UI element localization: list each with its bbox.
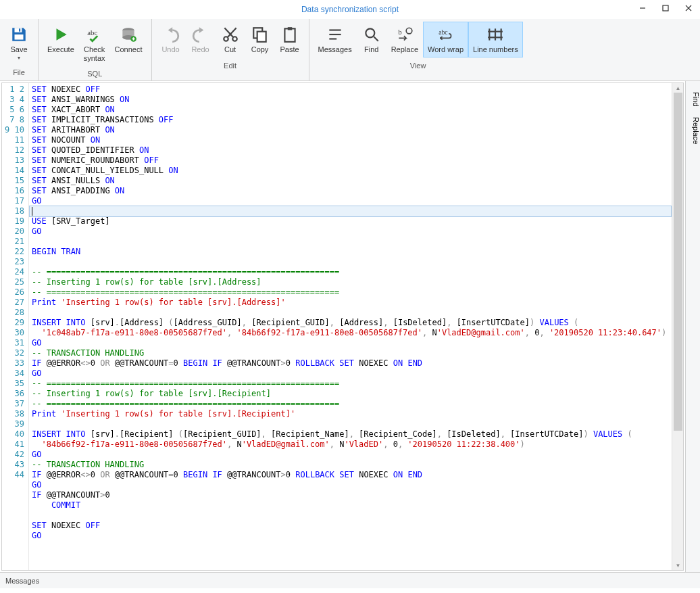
scroll-down-arrow[interactable]: ▼ — [672, 561, 684, 570]
paste-icon — [280, 25, 299, 44]
minimize-button[interactable] — [631, 0, 654, 16]
replace-tab[interactable]: Replace — [690, 113, 700, 148]
copy-label: Copy — [251, 45, 269, 54]
titlebar: Data synchronization script — [0, 0, 700, 19]
ribbon-group-edit: Undo Redo Cut Copy Paste Edit — [152, 19, 309, 80]
find-tab[interactable]: Find — [690, 88, 700, 110]
save-button[interactable]: Save ▾ — [4, 22, 34, 64]
scissors-icon — [221, 25, 240, 44]
maximize-button[interactable] — [654, 0, 677, 16]
window-controls — [631, 0, 700, 16]
code-area[interactable]: SET NOEXEC OFF SET ANSI_WARNINGS ON SET … — [29, 83, 672, 570]
svg-point-22 — [366, 28, 374, 37]
database-connect-icon — [119, 25, 138, 44]
search-icon — [362, 25, 381, 44]
check-syntax-icon: abc — [85, 25, 104, 44]
connect-button[interactable]: Connect — [110, 22, 147, 66]
line-numbers-icon — [486, 25, 505, 44]
redo-label: Redo — [191, 45, 209, 54]
word-wrap-label: Word wrap — [428, 45, 464, 54]
line-numbers-label: Line numbers — [473, 45, 518, 54]
replace-label: Replace — [391, 45, 418, 54]
execute-label: Execute — [47, 45, 74, 54]
svg-rect-4 — [15, 28, 22, 32]
editor: 1 2 3 4 5 6 7 8 9 10 11 12 13 14 15 16 1… — [1, 82, 684, 571]
svg-rect-17 — [284, 28, 295, 42]
execute-button[interactable]: Execute — [43, 22, 79, 66]
connect-label: Connect — [115, 45, 143, 54]
svg-rect-1 — [663, 5, 668, 11]
messages-panel-label[interactable]: Messages — [5, 577, 39, 585]
save-icon — [9, 25, 28, 44]
group-label-edit: Edit — [152, 60, 309, 72]
svg-line-23 — [374, 37, 378, 41]
ribbon-group-sql: Execute abc Check syntax Connect SQL — [39, 19, 152, 80]
vertical-scrollbar[interactable]: ▲ ▼ — [672, 83, 683, 570]
play-icon — [51, 25, 70, 44]
replace-button[interactable]: b Replace — [386, 22, 423, 57]
group-label-sql: SQL — [39, 68, 151, 80]
messages-icon — [326, 25, 345, 44]
svg-rect-18 — [287, 27, 292, 30]
chevron-down-icon: ▾ — [18, 55, 20, 61]
close-button[interactable] — [677, 0, 700, 16]
undo-icon — [161, 25, 180, 44]
svg-text:abc: abc — [439, 28, 448, 36]
messages-button[interactable]: Messages — [314, 22, 357, 57]
redo-icon — [191, 25, 210, 44]
save-label: Save — [10, 45, 27, 54]
svg-rect-16 — [257, 32, 266, 42]
ribbon-group-file: Save ▾ File — [0, 19, 39, 80]
word-wrap-button[interactable]: abc Word wrap — [423, 22, 468, 57]
statusbar: Messages — [0, 572, 700, 588]
ribbon-group-view: Messages Find b Replace abc Word wrap Li… — [309, 19, 527, 80]
side-panel-tabs: Find Replace — [685, 81, 700, 572]
svg-rect-6 — [15, 34, 24, 40]
group-label-view: View — [309, 60, 527, 72]
redo-button[interactable]: Redo — [186, 22, 216, 57]
group-label-file: File — [0, 67, 38, 79]
copy-icon — [251, 25, 270, 44]
cut-button[interactable]: Cut — [216, 22, 245, 57]
undo-button[interactable]: Undo — [156, 22, 186, 57]
window-title: Data synchronization script — [301, 5, 399, 14]
scroll-up-arrow[interactable]: ▲ — [672, 83, 684, 93]
scrollbar-thumb[interactable] — [674, 93, 682, 431]
line-number-gutter: 1 2 3 4 5 6 7 8 9 10 11 12 13 14 15 16 1… — [2, 83, 29, 570]
replace-icon: b — [395, 25, 414, 44]
paste-label: Paste — [280, 45, 299, 54]
svg-text:abc: abc — [87, 28, 97, 37]
main-area: 1 2 3 4 5 6 7 8 9 10 11 12 13 14 15 16 1… — [0, 81, 700, 572]
line-numbers-button[interactable]: Line numbers — [468, 22, 523, 57]
svg-point-25 — [406, 28, 412, 34]
find-button[interactable]: Find — [357, 22, 386, 57]
messages-label: Messages — [318, 45, 352, 54]
cut-label: Cut — [224, 45, 236, 54]
find-label: Find — [364, 45, 378, 54]
check-syntax-label: Check syntax — [84, 45, 105, 62]
copy-button[interactable]: Copy — [245, 22, 275, 57]
undo-label: Undo — [161, 45, 179, 54]
svg-text:b: b — [398, 28, 401, 36]
word-wrap-icon: abc — [436, 25, 455, 44]
svg-rect-5 — [19, 28, 20, 31]
check-syntax-button[interactable]: abc Check syntax — [79, 22, 110, 66]
ribbon: Save ▾ File Execute abc Check syntax Con… — [0, 19, 700, 81]
paste-button[interactable]: Paste — [275, 22, 305, 57]
